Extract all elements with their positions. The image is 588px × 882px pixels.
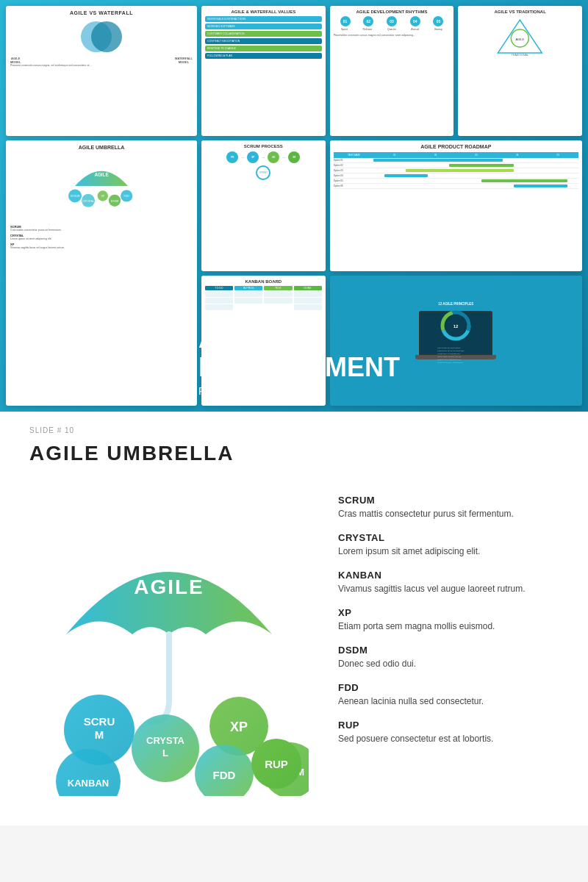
svg-marker-0: [498, 20, 542, 53]
desc-scrum-text: Cras mattis consectetur purus sit fermen…: [338, 507, 559, 520]
bubble-rup: RUP: [251, 739, 301, 789]
venn-right-label: WATERFALLMODEL: [175, 57, 193, 64]
slide-avt-title: AGILE VS TRADITIONAL: [462, 10, 578, 14]
scrum-c3: SD: [268, 151, 279, 163]
avt-diagram: AGILE TRADITIONAL: [462, 16, 578, 57]
desc-rup: RUP Sed posuere consectetur est at lobor…: [338, 720, 559, 745]
laptop-screen-content: 12 AGILE PRINCIPLES 12 MEASURE OF PROGRE…: [437, 302, 474, 365]
rhythm-02: 02: [363, 16, 373, 26]
svg-text:CRYSTAL: CRYSTAL: [82, 200, 94, 203]
slide-awv[interactable]: AGILE & WATERFALL VALUES INDIVIDUALS & I…: [201, 6, 326, 136]
description-list: SCRUM Cras mattis consectetur purus sit …: [338, 487, 559, 757]
svg-text:KANBAN: KANBAN: [68, 778, 109, 789]
svg-text:XP: XP: [101, 196, 104, 198]
value-bar-5: RESPOND TO CHANGE: [205, 46, 322, 51]
desc-fdd-label: FDD: [338, 682, 559, 693]
desc-rup-label: RUP: [338, 720, 559, 731]
scrum-c4: SR: [288, 151, 300, 163]
hero-line2: DEVELOPMENT: [198, 353, 400, 382]
desc-kanban: KANBAN Vivamus sagittis lacus vel augue …: [338, 570, 559, 595]
kanban-col-test: TEST: [264, 286, 292, 311]
svg-text:AGILE: AGILE: [94, 172, 108, 177]
slide-scrum-title: SCRUM PROCESS: [205, 144, 322, 148]
content-area: AGILE SCRU M CRYSTA L XP DSDM KANBAN: [29, 487, 559, 796]
svg-text:FDD: FDD: [213, 769, 236, 781]
hero-subtitle: POWERPOINT: [198, 385, 400, 397]
scrum-sprint: SPRINT: [256, 165, 270, 180]
page-title: AGILE UMBRELLA: [29, 442, 559, 465]
kanban-col-done: DONE: [294, 286, 322, 311]
venn-right-circle: [91, 21, 122, 52]
desc-dsdm-label: DSDM: [338, 645, 559, 656]
svg-text:SCRUM: SCRUM: [70, 196, 79, 198]
svg-text:DSDM: DSDM: [111, 200, 119, 203]
top-section: AGILE VS WATERFALL AGILEMODEL WATERFALLM…: [0, 0, 588, 412]
hero-text: AGILE DEVELOPMENT POWERPOINT: [198, 324, 400, 397]
value-bar-6: FOLLOWING A PLAN: [205, 53, 322, 59]
venn-diagram: [10, 18, 193, 55]
slide-agile-vs-waterfall[interactable]: AGILE VS WATERFALL AGILEMODEL WATERFALLM…: [6, 6, 197, 136]
principles-donut: 12: [437, 307, 474, 344]
desc-kanban-label: KANBAN: [338, 570, 559, 581]
kanban-columns: TO DO IN PROG TEST DONE: [205, 286, 322, 311]
desc-xp-text: Etiam porta sem magna mollis euismod.: [338, 620, 559, 633]
slide-avw-title: AGILE VS WATERFALL: [10, 10, 193, 15]
desc-rup-text: Sed posuere consectetur est at lobortis.: [338, 732, 559, 745]
slide-roadmap[interactable]: AGILE PRODUCT ROADMAP TASK NAME 01 02 03…: [330, 140, 582, 270]
slide-kanban-title: KANBAN BOARD: [205, 279, 322, 284]
slide-scrum[interactable]: SCRUM PROCESS PB → SP → SD → SR SPRINT: [201, 140, 326, 270]
umbrella-diagram: AGILE SCRU M CRYSTA L XP DSDM KANBAN: [29, 487, 309, 796]
desc-scrum-label: SCRUM: [338, 495, 559, 506]
desc-fdd-text: Aenean lacinia nulla sed consectetur.: [338, 695, 559, 708]
svg-text:AGILE: AGILE: [134, 576, 204, 598]
slide-avt[interactable]: AGILE VS TRADITIONAL AGILE TRADITIONAL: [458, 6, 582, 136]
svg-text:SCRU: SCRU: [84, 715, 115, 728]
slide-umbrella-preview[interactable]: AGILE UMBRELLA AGILE SCRUM: [6, 140, 197, 406]
svg-text:CRYSTA: CRYSTA: [146, 735, 185, 746]
svg-text:FDD: FDD: [124, 196, 130, 198]
slide-adr[interactable]: AGILE DEVELOPMENT RHYTHMS 01 02 03 04 05…: [330, 6, 454, 136]
mini-umbrella-svg: AGILE SCRUM CRYSTAL XP DSDM FDD: [10, 153, 193, 219]
laptop-shape: 12 AGILE PRINCIPLES 12 MEASURE OF PROGRE…: [412, 311, 500, 370]
svg-text:M: M: [95, 728, 104, 741]
kanban-col-todo: TO DO: [205, 286, 233, 311]
slide-awv-title: AGILE & WATERFALL VALUES: [205, 10, 322, 14]
rhythm-01: 01: [340, 16, 351, 26]
value-bar-4: CONTRACT NEGOTIATION: [205, 38, 322, 44]
bottom-section: SLIDE # 10 AGILE UMBRELLA: [0, 412, 588, 825]
slide-avw-body: Praesent commodo cursus magna, vel scele…: [10, 64, 193, 68]
value-bar-2: WORKING SOFTWARE: [205, 24, 322, 29]
svg-text:12: 12: [453, 324, 459, 329]
value-bar-3: CUSTOMER COLLABORATION: [205, 31, 322, 37]
desc-crystal: CRYSTAL Lorem ipsum sit amet adipiscing …: [338, 532, 559, 558]
scrum-circles: PB → SP → SD → SR: [205, 151, 322, 163]
slide-number: SLIDE # 10: [29, 426, 559, 434]
desc-xp-label: XP: [338, 607, 559, 618]
scrum-c1: PB: [226, 151, 238, 163]
svg-text:L: L: [162, 747, 168, 759]
slide-roadmap-title: AGILE PRODUCT ROADMAP: [334, 144, 578, 149]
svg-text:TRADITIONAL: TRADITIONAL: [512, 54, 528, 57]
rhythm-04: 04: [410, 16, 420, 26]
desc-dsdm-text: Donec sed odio dui.: [338, 657, 559, 670]
scrum-c2: SP: [247, 151, 259, 163]
desc-crystal-text: Lorem ipsum sit amet adipiscing elit.: [338, 545, 559, 558]
venn-left-label: AGILEMODEL: [10, 57, 21, 64]
rhythm-05: 05: [433, 16, 443, 26]
desc-dsdm: DSDM Donec sed odio dui.: [338, 645, 559, 670]
desc-crystal-label: CRYSTAL: [338, 532, 559, 543]
svg-text:AGILE: AGILE: [516, 37, 525, 41]
desc-kanban-text: Vivamus sagittis lacus vel augue laoreet…: [338, 582, 559, 595]
hero-line1: AGILE: [198, 324, 400, 354]
desc-xp: XP Etiam porta sem magna mollis euismod.: [338, 607, 559, 633]
roadmap-table: TASK NAME 01 02 03 04 05 Option 01 Optio…: [334, 152, 578, 189]
laptop-screen: 12 AGILE PRINCIPLES 12 MEASURE OF PROGRE…: [419, 311, 492, 355]
desc-scrum: SCRUM Cras mattis consectetur purus sit …: [338, 495, 559, 520]
slide-adr-title: AGILE DEVELOPMENT RHYTHMS: [334, 10, 451, 14]
rhythm-numbers: 01 02 03 04 05: [334, 16, 451, 26]
svg-text:XP: XP: [230, 720, 248, 734]
slide-umbrella-title: AGILE UMBRELLA: [10, 145, 193, 150]
kanban-col-inprog: IN PROG: [234, 286, 262, 311]
desc-fdd: FDD Aenean lacinia nulla sed consectetur…: [338, 682, 559, 708]
rhythm-03: 03: [387, 16, 397, 26]
